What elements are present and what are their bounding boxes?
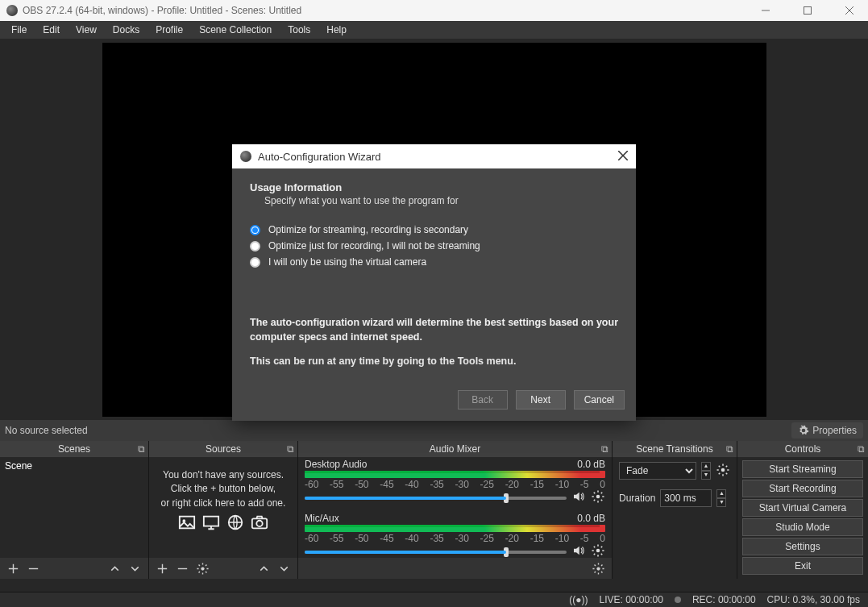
menu-view[interactable]: View bbox=[68, 22, 105, 38]
move-down-icon[interactable] bbox=[128, 562, 142, 576]
sources-body[interactable]: You don't have any sources. Click the + … bbox=[149, 457, 297, 558]
channel-name: Mic/Aux bbox=[305, 513, 339, 524]
display-icon bbox=[202, 513, 220, 531]
gear-icon[interactable] bbox=[591, 489, 605, 506]
properties-button[interactable]: Properties bbox=[791, 422, 863, 439]
properties-label: Properties bbox=[812, 425, 857, 436]
gear-icon[interactable] bbox=[592, 562, 605, 576]
globe-icon bbox=[226, 513, 244, 531]
volume-slider[interactable] bbox=[305, 497, 567, 500]
move-down-icon[interactable] bbox=[277, 562, 291, 576]
gear-icon[interactable] bbox=[716, 463, 730, 480]
svg-point-9 bbox=[596, 549, 600, 553]
menu-help[interactable]: Help bbox=[318, 22, 355, 38]
speaker-icon[interactable] bbox=[571, 489, 586, 506]
studio-mode-button[interactable]: Studio Mode bbox=[742, 518, 863, 536]
transition-updown[interactable]: ▲▼ bbox=[701, 462, 711, 480]
meter-ticks: -60-55-50-45-40-35-30-25-20-15-10-50 bbox=[305, 533, 605, 544]
menu-tools[interactable]: Tools bbox=[280, 22, 318, 38]
popout-icon[interactable]: ⧉ bbox=[726, 443, 733, 455]
menu-scene-collection[interactable]: Scene Collection bbox=[191, 22, 280, 38]
remove-icon[interactable] bbox=[176, 562, 189, 576]
transition-select[interactable]: Fade bbox=[619, 462, 696, 480]
menu-edit[interactable]: Edit bbox=[35, 22, 68, 38]
usage-heading: Usage Information bbox=[250, 181, 618, 193]
popout-icon[interactable]: ⧉ bbox=[287, 443, 294, 455]
exit-button[interactable]: Exit bbox=[742, 557, 863, 575]
svg-point-6 bbox=[256, 521, 262, 526]
wizard-note-2: This can be run at any time by going to … bbox=[250, 355, 618, 367]
obs-logo-icon bbox=[240, 151, 251, 162]
popout-icon[interactable]: ⧉ bbox=[858, 443, 865, 455]
back-button[interactable]: Back bbox=[458, 390, 508, 410]
sources-empty-2: Click the + button below, bbox=[159, 482, 288, 496]
usage-subheading: Specify what you want to use the program… bbox=[264, 195, 618, 206]
radio-label: Optimize for streaming, recording is sec… bbox=[268, 224, 468, 235]
meter-ticks: -60-55-50-45-40-35-30-25-20-15-10-50 bbox=[305, 479, 605, 490]
gear-icon bbox=[798, 425, 809, 436]
menu-profile[interactable]: Profile bbox=[147, 22, 191, 38]
image-icon bbox=[178, 513, 196, 531]
svg-rect-0 bbox=[804, 7, 812, 15]
close-icon[interactable] bbox=[618, 151, 628, 163]
record-dot-icon bbox=[675, 597, 681, 603]
popout-icon[interactable]: ⧉ bbox=[601, 443, 608, 455]
maximize-button[interactable] bbox=[789, 0, 826, 21]
source-toolbar: No source selected Properties bbox=[0, 420, 868, 441]
settings-button[interactable]: Settings bbox=[742, 538, 863, 555]
controls-dock: Controls⧉ Start Streaming Start Recordin… bbox=[737, 441, 868, 579]
gear-icon[interactable] bbox=[591, 543, 605, 558]
duration-label: Duration bbox=[619, 493, 655, 504]
scenes-title: Scenes bbox=[58, 443, 90, 455]
speaker-icon[interactable] bbox=[571, 543, 586, 558]
channel-db: 0.0 dB bbox=[577, 513, 605, 524]
next-button[interactable]: Next bbox=[516, 390, 566, 410]
dialog-title: Auto-Configuration Wizard bbox=[258, 151, 380, 163]
sources-empty-3: or right click here to add one. bbox=[159, 497, 288, 510]
radio-virtual-camera[interactable]: I will only be using the virtual camera bbox=[250, 256, 618, 268]
radio-optimize-recording[interactable]: Optimize just for recording, I will not … bbox=[250, 240, 618, 252]
status-cpu: CPU: 0.3%, 30.00 fps bbox=[767, 594, 860, 605]
start-virtual-camera-button[interactable]: Start Virtual Camera bbox=[742, 499, 863, 517]
mixer-channel-desktop: Desktop Audio0.0 dB -60-55-50-45-40-35-3… bbox=[298, 457, 612, 511]
move-up-icon[interactable] bbox=[108, 562, 122, 576]
radio-optimize-streaming[interactable]: Optimize for streaming, recording is sec… bbox=[250, 224, 618, 235]
close-button[interactable] bbox=[831, 0, 868, 21]
scenes-dock: Scenes ⧉ Scene bbox=[0, 441, 149, 579]
svg-point-7 bbox=[201, 567, 204, 570]
scene-item[interactable]: Scene bbox=[0, 457, 148, 475]
menu-bar: File Edit View Docks Profile Scene Colle… bbox=[0, 21, 868, 39]
audio-mixer-dock: Audio Mixer⧉ Desktop Audio0.0 dB -60-55-… bbox=[298, 441, 613, 579]
start-recording-button[interactable]: Start Recording bbox=[742, 480, 863, 497]
transitions-title: Scene Transitions bbox=[636, 443, 712, 455]
duration-input[interactable] bbox=[660, 489, 712, 507]
svg-point-11 bbox=[721, 468, 725, 472]
status-live: LIVE: 00:00:00 bbox=[599, 594, 662, 605]
channel-db: 0.0 dB bbox=[577, 459, 605, 470]
menu-docks[interactable]: Docks bbox=[105, 22, 147, 38]
channel-name: Desktop Audio bbox=[305, 459, 367, 470]
popout-icon[interactable]: ⧉ bbox=[138, 443, 145, 455]
add-icon[interactable] bbox=[6, 562, 20, 576]
minimize-button[interactable] bbox=[747, 0, 784, 21]
dialog-titlebar[interactable]: Auto-Configuration Wizard bbox=[232, 144, 636, 168]
cancel-button[interactable]: Cancel bbox=[574, 390, 625, 410]
status-bar: ((●)) LIVE: 00:00:00 REC: 00:00:00 CPU: … bbox=[0, 592, 868, 607]
menu-file[interactable]: File bbox=[3, 22, 35, 38]
transitions-dock: Scene Transitions⧉ Fade ▲▼ Duration ▲▼ bbox=[613, 441, 737, 579]
remove-icon[interactable] bbox=[27, 562, 40, 576]
duration-updown[interactable]: ▲▼ bbox=[716, 489, 726, 507]
volume-slider[interactable] bbox=[305, 551, 567, 554]
add-icon[interactable] bbox=[156, 562, 169, 576]
broadcast-icon: ((●)) bbox=[569, 594, 588, 605]
radio-icon bbox=[250, 241, 260, 252]
gear-icon[interactable] bbox=[196, 562, 210, 576]
radio-icon bbox=[250, 225, 260, 235]
status-rec: REC: 00:00:00 bbox=[692, 594, 756, 605]
move-up-icon[interactable] bbox=[257, 562, 271, 576]
scenes-footer bbox=[0, 558, 148, 579]
start-streaming-button[interactable]: Start Streaming bbox=[742, 460, 863, 478]
radio-label: I will only be using the virtual camera bbox=[268, 256, 426, 268]
svg-point-8 bbox=[596, 495, 600, 499]
radio-label: Optimize just for recording, I will not … bbox=[268, 240, 480, 252]
